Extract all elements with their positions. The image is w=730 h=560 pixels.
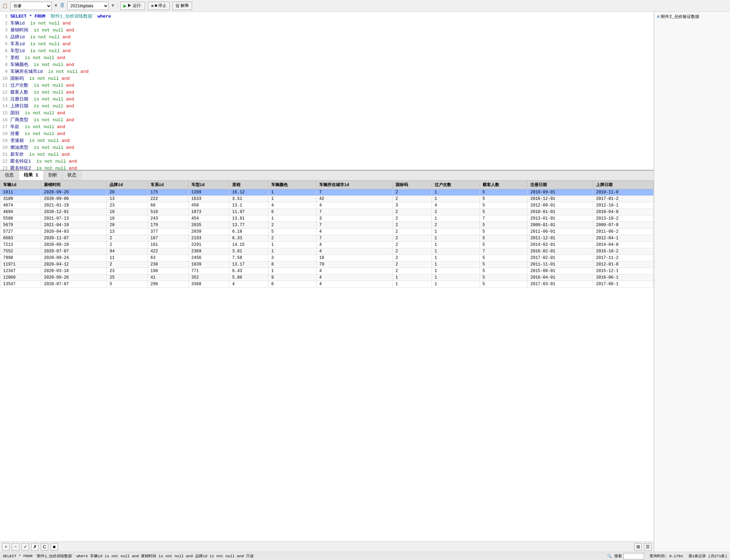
table-cell: 198 — [148, 268, 188, 274]
table-row[interactable]: 79982020-09-24116324567.583182152017-02-… — [0, 255, 654, 261]
line-content: 排量 is not null and — [10, 131, 65, 137]
table-cell: 3 — [268, 255, 316, 261]
table-row[interactable]: 56792021-04-1920179203513.77272252009-01… — [0, 222, 654, 229]
sql-line: 5车系id is not null and — [0, 41, 654, 48]
table-cell: 12860 — [0, 274, 41, 281]
table-cell: 2 — [392, 196, 432, 202]
sql-part: and — [66, 104, 74, 109]
search-input[interactable] — [623, 553, 644, 559]
column-header: 过户次数 — [432, 181, 480, 189]
explain-button[interactable]: 띰 解释 — [172, 2, 192, 10]
refresh-button[interactable]: C — [41, 543, 48, 551]
result-tab-状态[interactable]: 状态 — [63, 171, 82, 180]
stop-edit-button[interactable]: ■ — [50, 543, 58, 551]
sql-part: is not null — [30, 48, 60, 54]
table-cell: 422 — [148, 248, 188, 255]
table-cell: 2016-12-01 — [528, 196, 593, 202]
right-panel-item[interactable]: ⊞ 附件2_估价验证数据 — [656, 13, 729, 20]
table-cell: 1 — [268, 189, 316, 196]
table-row[interactable]: 135472020-07-07529633684641152017-03-012… — [0, 281, 654, 288]
table-row[interactable]: 128602020-09-2625413525.86941152016-04-0… — [0, 274, 654, 281]
sql-part: and — [63, 21, 70, 26]
table-cell: 7213 — [0, 242, 41, 248]
sql-part: and — [63, 48, 70, 54]
table-cell: 6 — [268, 281, 316, 288]
sql-part: 燃油类型 — [10, 145, 34, 150]
table-cell: 13.77 — [229, 222, 268, 229]
table-cell: 2015-12-1 — [593, 268, 654, 274]
sql-part: 载客人数 — [10, 90, 34, 95]
sql-part: 展销时间 — [10, 28, 34, 33]
table-cell: 2020-11-07 — [41, 235, 107, 242]
sql-part: and — [66, 83, 74, 88]
sql-line: 14上牌日期 is not null and — [0, 103, 654, 110]
table-cell: 1 — [432, 261, 480, 268]
table-cell: 2011-12-01 — [528, 235, 593, 242]
table-row[interactable]: 57272020-04-031337720396.18542152011-06-… — [0, 229, 654, 235]
table-row[interactable]: 72132020-09-192161229114.15142152014-02-… — [0, 242, 654, 248]
cancel-button[interactable]: ✗ — [31, 543, 39, 551]
sql-line: 2车辆id is not null and — [0, 20, 654, 27]
table-cell: 2009-07-0 — [593, 222, 654, 229]
table-row[interactable]: 55882021-07-131824345413.81132172013-01-… — [0, 215, 654, 222]
sql-part — [66, 159, 69, 164]
sql-part: 车辆id — [10, 21, 30, 26]
table-cell: 6683 — [0, 235, 41, 242]
sql-part: and — [57, 55, 65, 60]
check-button[interactable]: ✓ — [21, 543, 29, 551]
schema-select[interactable]: 2021bigdata — [67, 2, 109, 10]
sql-part: 排量 — [10, 131, 25, 136]
table-cell: 4 — [229, 281, 268, 288]
table-cell: 2011-11-01 — [528, 261, 593, 268]
run-label: ▶ 运行· — [127, 3, 142, 9]
table-row[interactable]: 46942020-12-0118510187311.97672252010-01… — [0, 209, 654, 215]
table-cell: 230 — [148, 261, 188, 268]
table-cell: 2039 — [188, 229, 229, 235]
table-cell: 2020-09-20 — [41, 189, 107, 196]
result-tab-信息[interactable]: 信息 — [0, 171, 19, 180]
table-cell: 13547 — [0, 281, 41, 288]
sql-editor[interactable]: 1SELECT * FROM `附件1_估价训练数据` where2车辆id i… — [0, 12, 654, 171]
table-row[interactable]: 66832020-11-07218721936.33272152011-12-0… — [0, 235, 654, 242]
sql-keyword: SELECT * FROM — [10, 14, 48, 19]
sql-part: and — [66, 117, 74, 123]
record-info: 第1条记录 (共271条) — [689, 553, 727, 559]
table-cell: 2010-11-0 — [593, 189, 654, 196]
grid-view-button[interactable]: ⊞ — [634, 543, 642, 551]
table-cell: 5 — [480, 196, 528, 202]
stop-icon: ■ — [151, 3, 153, 8]
add-button[interactable]: + — [2, 543, 10, 551]
results-area[interactable]: 车辆id展销时间品牌id车系id车型id里程车辆颜色车辆所在城市id国标码过户次… — [0, 181, 654, 541]
remove-button[interactable]: − — [12, 543, 19, 551]
result-tab-结果-1[interactable]: 结果 1 — [19, 171, 44, 180]
result-tab-剖析[interactable]: 剖析 — [44, 171, 63, 180]
sql-part: 车辆颜色 — [10, 62, 34, 67]
table-row[interactable]: 31892020-09-061322216333.511422152016-12… — [0, 196, 654, 202]
table-cell: 2017-03-01 — [528, 281, 593, 288]
sql-part: is not null — [48, 69, 78, 74]
table-cell: 2017-01-2 — [593, 196, 654, 202]
table-row[interactable]: 123472020-03-18231987716.43142152015-08-… — [0, 268, 654, 274]
stop-button[interactable]: ■ ■ 停止 — [148, 2, 170, 10]
line-number: 19 — [0, 137, 10, 144]
run-button[interactable]: ▶ ▶ 运行· — [120, 2, 145, 10]
table-cell: 5 — [480, 281, 528, 288]
table-row[interactable]: 119712020-04-122230103913.178702152011-1… — [0, 261, 654, 268]
table-row[interactable]: 18112020-09-2020175139916.12172152010-09… — [0, 189, 654, 196]
line-number: 6 — [0, 48, 10, 55]
table-row[interactable]: 75522020-07-078442223693.81142172016-02-… — [0, 248, 654, 255]
line-content: 车系id is not null and — [10, 41, 70, 48]
line-number: 8 — [0, 61, 10, 68]
line-content: SELECT * FROM `附件1_估价训练数据` where — [10, 13, 111, 20]
table-cell: 18 — [107, 209, 148, 215]
list-view-button[interactable]: ☰ — [644, 543, 652, 551]
sql-line: 6车型id is not null and — [0, 48, 654, 55]
table-row[interactable]: 40742021-01-19236845013.1443452012-09-01… — [0, 202, 654, 209]
table-cell: 7 — [316, 209, 392, 215]
table-cell: 1 — [268, 196, 316, 202]
table-cell: 2035 — [188, 222, 229, 229]
table-cell: 1 — [432, 274, 480, 281]
db-select[interactable]: 你爹 — [10, 2, 52, 10]
table-cell: 2013-10-2 — [593, 215, 654, 222]
table-name: `附件1_估价训练数据` — [48, 14, 95, 19]
